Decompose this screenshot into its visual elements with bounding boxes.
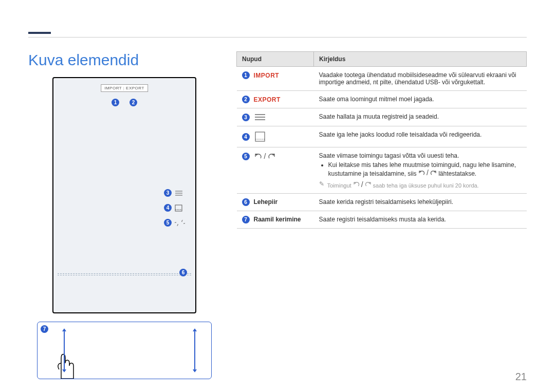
- row-6-desc: Saate kerida registri teisaldamiseks leh…: [314, 193, 527, 211]
- svg-rect-3: [175, 205, 182, 211]
- import-button-label: IMPORT: [254, 72, 280, 79]
- svg-rect-10: [255, 132, 265, 141]
- table-row: 4 Saate iga lehe jaoks loodud rolle teis…: [237, 126, 527, 147]
- table-row: 5 / Saate viimase toimingu tagasi võtta …: [237, 147, 527, 194]
- page-title: Kuva elemendid: [28, 51, 139, 69]
- device-illustration: IMPORTEXPORT 1 2 3 4 5 6 7: [37, 77, 212, 313]
- row-3-desc: Saate hallata ja muuta registreid ja sea…: [314, 108, 527, 126]
- table-row: 3 Saate hallata ja muuta registreid ja s…: [237, 108, 527, 126]
- row-marker-2: 2: [242, 96, 250, 103]
- top-accent-bar: [28, 32, 51, 34]
- undo-redo-inline-icon-2: /: [353, 180, 372, 189]
- topbar-import-label: IMPORT: [104, 86, 122, 90]
- pen-icon: ✎: [319, 180, 324, 188]
- page-boundary-label: Lehepiir: [254, 198, 278, 206]
- table-row: 6Lehepiir Saate kerida registri teisalda…: [237, 193, 527, 211]
- table-row: 7Raamil kerimine Saate registri teisalda…: [237, 211, 527, 228]
- row-7-desc: Saate registri teisaldamiseks musta ala …: [314, 211, 527, 228]
- row-marker-4: 4: [242, 133, 250, 141]
- table-row: 1IMPORT Vaadake tootega ühendatud mobiil…: [237, 67, 527, 91]
- menu-icon: [254, 113, 266, 121]
- row-4-desc: Saate iga lehe jaoks loodud rolle teisal…: [314, 126, 527, 147]
- undo-redo-inline-icon: /: [418, 169, 437, 177]
- row-5-desc: Saate viimase toimingu tagasi võtta või …: [319, 152, 522, 159]
- table-row: 2EXPORT Saate oma loomingut mitmel moel …: [237, 91, 527, 108]
- callout-marker-6: 6: [179, 269, 187, 276]
- th-buttons: Nupud: [237, 52, 314, 67]
- pages-icon: [175, 204, 183, 212]
- callout-marker-5: 5: [164, 219, 172, 227]
- undo-redo-icon: /: [254, 152, 276, 160]
- scroll-arrow-right: [193, 327, 197, 374]
- row-2-desc: Saate oma loomingut mitmel moel jagada.: [314, 91, 527, 108]
- row-marker-3: 3: [242, 114, 250, 121]
- callout-marker-4: 4: [164, 204, 172, 212]
- pen-note: ✎ Toimingut / saab teha iga üksuse puhul…: [319, 180, 522, 189]
- top-rule-line: [28, 37, 527, 38]
- row-marker-7: 7: [242, 216, 250, 223]
- export-button-label: EXPORT: [254, 96, 281, 103]
- page-number: 21: [515, 371, 527, 383]
- page-boundary-line: [58, 273, 191, 275]
- row-marker-1: 1: [242, 71, 250, 79]
- scroll-arrow-left: [62, 327, 66, 374]
- undo-redo-mini-icon: [175, 220, 185, 226]
- frame-scroll-inset: 7: [37, 322, 212, 379]
- callout-marker-7: 7: [41, 325, 48, 333]
- row-marker-6: 6: [242, 198, 250, 206]
- frame-scroll-label: Raamil kerimine: [254, 216, 301, 223]
- device-frame: IMPORTEXPORT 1 2 3 4 5 6: [52, 77, 196, 313]
- callout-marker-1: 1: [112, 99, 119, 106]
- page-roll-icon: [254, 131, 266, 142]
- menu-lines-icon: [175, 190, 183, 196]
- callout-marker-3: 3: [164, 189, 172, 197]
- description-table: Nupud Kirjeldus 1IMPORT Vaadake tootega …: [236, 51, 527, 229]
- row-marker-5: 5: [242, 153, 250, 160]
- th-description: Kirjeldus: [314, 52, 527, 67]
- topbar-export-label: EXPORT: [122, 86, 144, 90]
- row-5-bullet: Kui leitakse mis tahes lehe muutmise toi…: [328, 161, 522, 177]
- device-top-bar: IMPORTEXPORT: [101, 84, 148, 92]
- callout-marker-2: 2: [130, 99, 137, 106]
- row-1-desc: Vaadake tootega ühendatud mobiilsidesead…: [314, 67, 527, 91]
